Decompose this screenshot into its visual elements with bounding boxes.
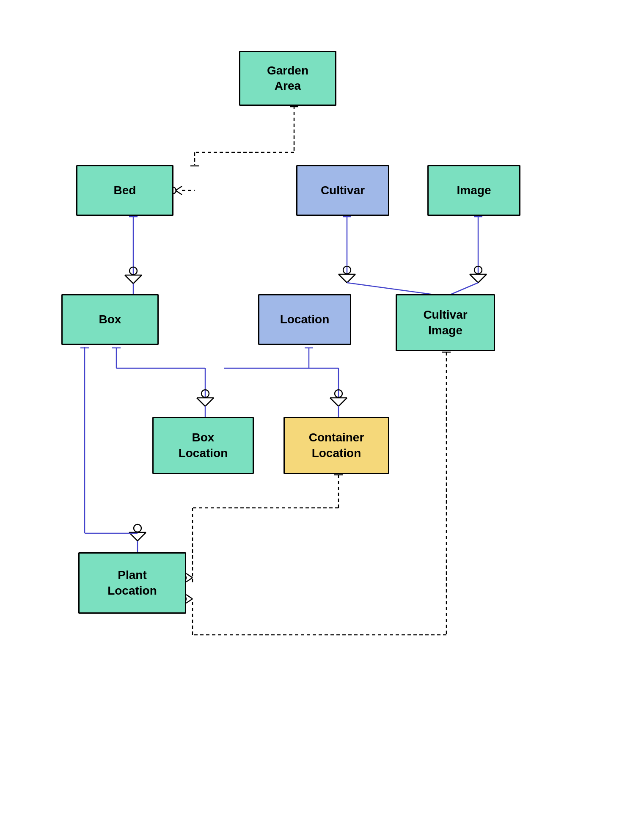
node-location-label: Location bbox=[280, 312, 330, 327]
node-plant-location: PlantLocation bbox=[78, 552, 186, 614]
svg-line-20 bbox=[347, 274, 355, 283]
svg-line-27 bbox=[470, 274, 478, 283]
node-bed: Bed bbox=[76, 165, 173, 216]
svg-point-39 bbox=[201, 390, 209, 397]
svg-point-30 bbox=[474, 266, 482, 274]
svg-line-6 bbox=[176, 186, 182, 190]
svg-line-47 bbox=[339, 398, 347, 406]
svg-line-12 bbox=[133, 275, 142, 284]
node-garden-area: GardenArea bbox=[239, 51, 336, 106]
node-box-location-label: BoxLocation bbox=[179, 430, 228, 461]
node-container-location-label: ContainerLocation bbox=[309, 430, 364, 461]
svg-point-22 bbox=[343, 266, 351, 274]
svg-line-71 bbox=[186, 595, 193, 599]
node-box-label: Box bbox=[99, 312, 121, 327]
connection-lines bbox=[0, 0, 644, 824]
svg-point-49 bbox=[335, 390, 342, 397]
svg-line-36 bbox=[197, 398, 205, 406]
svg-line-54 bbox=[129, 532, 138, 541]
svg-point-57 bbox=[134, 524, 141, 532]
node-cultivar-label: Cultivar bbox=[321, 183, 365, 198]
node-bed-label: Bed bbox=[114, 183, 136, 198]
svg-point-14 bbox=[129, 267, 137, 275]
svg-line-64 bbox=[186, 573, 193, 578]
svg-line-65 bbox=[186, 578, 193, 582]
node-cultivar-image-label: CultivarImage bbox=[423, 307, 467, 338]
svg-line-11 bbox=[125, 275, 133, 284]
node-garden-area-label: GardenArea bbox=[267, 63, 308, 94]
node-image-label: Image bbox=[457, 183, 491, 198]
svg-line-7 bbox=[176, 190, 182, 195]
node-image: Image bbox=[427, 165, 520, 216]
svg-line-72 bbox=[186, 599, 193, 603]
svg-line-37 bbox=[205, 398, 214, 406]
node-box: Box bbox=[61, 294, 159, 345]
node-cultivar-image: CultivarImage bbox=[396, 294, 495, 351]
node-plant-location-label: PlantLocation bbox=[107, 568, 157, 598]
svg-line-46 bbox=[330, 398, 339, 406]
svg-line-19 bbox=[339, 274, 347, 283]
diagram-container: GardenArea Bed Cultivar Image Box Locati… bbox=[0, 0, 644, 824]
node-location: Location bbox=[258, 294, 351, 345]
node-box-location: BoxLocation bbox=[152, 417, 254, 474]
node-container-location: ContainerLocation bbox=[283, 417, 389, 474]
svg-line-28 bbox=[478, 274, 487, 283]
node-cultivar: Cultivar bbox=[296, 165, 389, 216]
svg-line-55 bbox=[138, 532, 146, 541]
